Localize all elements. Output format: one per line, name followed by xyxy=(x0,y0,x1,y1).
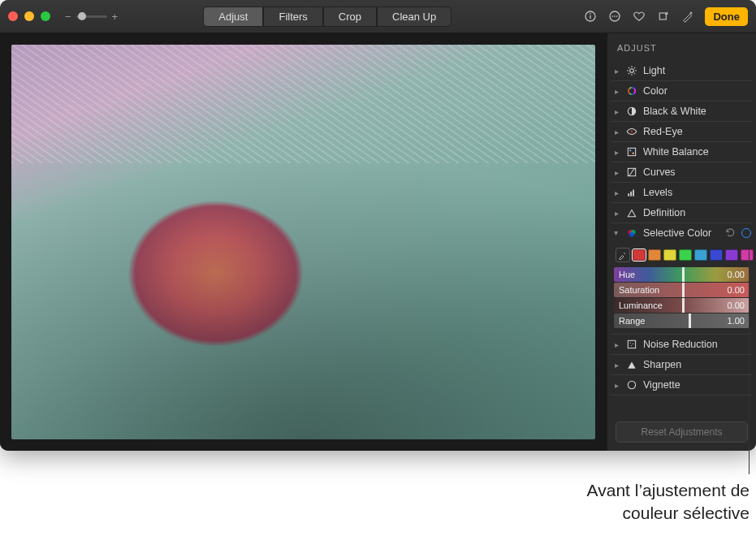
color-swatch[interactable] xyxy=(663,249,676,261)
color-swatch[interactable] xyxy=(710,249,723,261)
adjustment-sharpen[interactable]: ▸Sharpen xyxy=(611,355,753,375)
adjustment-curves[interactable]: ▸Curves xyxy=(611,162,753,183)
mode-tab-clean-up[interactable]: Clean Up xyxy=(377,6,451,27)
chevron-right-icon: ▸ xyxy=(612,361,620,370)
mode-tab-adjust[interactable]: Adjust xyxy=(203,6,263,27)
caption-line-1: Avant l’ajustement de xyxy=(587,479,750,502)
noise-icon xyxy=(625,338,638,351)
chevron-right-icon: ▸ xyxy=(612,188,620,197)
zoom-control[interactable]: − + xyxy=(65,11,118,23)
adjustment-label: Levels xyxy=(643,187,751,198)
slider-hue[interactable]: Hue0.00 xyxy=(614,267,750,282)
reset-adjustments-button[interactable]: Reset Adjustments xyxy=(616,421,748,443)
svg-rect-24 xyxy=(628,193,629,197)
auto-enhance-icon[interactable] xyxy=(680,9,695,24)
zoom-in-icon[interactable]: + xyxy=(112,11,119,23)
svg-point-19 xyxy=(631,131,633,132)
svg-point-2 xyxy=(590,13,592,15)
eyedropper-button[interactable] xyxy=(616,248,630,262)
color-swatch[interactable] xyxy=(648,249,661,261)
color-swatch[interactable] xyxy=(633,249,646,261)
chevron-down-icon: ▸ xyxy=(612,229,621,237)
titlebar: − + AdjustFiltersCropClean Up Done xyxy=(0,0,756,33)
adjustment-label: Sharpen xyxy=(643,359,751,370)
done-button[interactable]: Done xyxy=(705,7,748,26)
dropper-grid-icon xyxy=(625,145,638,158)
rotate-icon[interactable] xyxy=(656,9,671,24)
chevron-right-icon: ▸ xyxy=(612,209,620,218)
svg-rect-30 xyxy=(628,340,635,348)
adjustment-label: Selective Color xyxy=(643,227,720,239)
main-area: ADJUST ▸Light▸Color▸Black & White▸Red-Ey… xyxy=(0,33,756,451)
chevron-right-icon: ▸ xyxy=(612,148,620,157)
favorite-icon[interactable] xyxy=(632,9,646,24)
svg-point-17 xyxy=(629,88,635,94)
chevron-right-icon: ▸ xyxy=(612,87,620,96)
mode-tab-filters[interactable]: Filters xyxy=(263,6,322,27)
info-icon[interactable] xyxy=(583,9,598,24)
svg-rect-25 xyxy=(630,192,632,197)
color-swatch[interactable] xyxy=(725,249,738,261)
reset-slider-icon[interactable] xyxy=(725,227,737,239)
caption-text: Avant l’ajustement de couleur sélective xyxy=(587,479,750,525)
zoom-out-icon[interactable]: − xyxy=(65,11,71,23)
adjustment-label: Noise Reduction xyxy=(643,339,751,350)
caption-line-2: couleur sélective xyxy=(587,502,750,525)
adjustment-label: White Balance xyxy=(643,146,751,158)
chevron-right-icon: ▸ xyxy=(612,340,620,349)
slider-luminance[interactable]: Luminance0.00 xyxy=(614,298,750,313)
titlebar-right-group: Done xyxy=(583,7,748,26)
adjustment-label: Black & White xyxy=(643,106,751,117)
chevron-right-icon: ▸ xyxy=(612,381,620,390)
adjustment-light[interactable]: ▸Light xyxy=(611,61,753,81)
photo-canvas[interactable] xyxy=(0,33,607,451)
adjustment-label: Vignette xyxy=(643,379,751,391)
zoom-slider-thumb[interactable] xyxy=(78,12,86,20)
svg-point-8 xyxy=(630,69,634,73)
svg-rect-26 xyxy=(633,190,634,197)
svg-point-31 xyxy=(630,343,631,344)
traffic-lights xyxy=(8,11,50,21)
chevron-right-icon: ▸ xyxy=(612,128,620,136)
minimize-window-button[interactable] xyxy=(24,11,34,21)
slider-range[interactable]: Range1.00 xyxy=(614,313,750,328)
callout-line xyxy=(749,250,750,474)
adjustment-white-balance[interactable]: ▸White Balance xyxy=(611,142,753,162)
adjustment-label: Definition xyxy=(643,207,751,218)
svg-point-32 xyxy=(633,344,633,344)
zoom-window-button[interactable] xyxy=(41,11,50,21)
svg-line-14 xyxy=(634,73,635,74)
adjustment-levels[interactable]: ▸Levels xyxy=(611,183,753,203)
photo-preview xyxy=(11,45,595,439)
svg-point-4 xyxy=(612,15,614,17)
slider-saturation[interactable]: Saturation0.00 xyxy=(614,283,750,297)
color-swatch[interactable] xyxy=(679,249,692,261)
svg-point-34 xyxy=(628,381,635,388)
adjustment-red-eye[interactable]: ▸Red-Eye xyxy=(611,122,753,142)
adjustment-black-white[interactable]: ▸Black & White xyxy=(611,102,753,122)
adjustment-noise-reduction[interactable]: ▸Noise Reduction xyxy=(611,335,753,355)
svg-point-33 xyxy=(631,345,632,346)
chevron-right-icon: ▸ xyxy=(612,168,620,177)
zoom-slider[interactable] xyxy=(76,15,107,18)
adjustment-color[interactable]: ▸Color xyxy=(611,81,753,102)
toggle-ring-icon[interactable] xyxy=(741,228,751,238)
levels-icon xyxy=(625,186,638,199)
adjustment-definition[interactable]: ▸Definition xyxy=(611,203,753,223)
more-icon[interactable] xyxy=(607,9,622,24)
svg-rect-20 xyxy=(628,148,635,155)
color-swatch[interactable] xyxy=(741,249,754,261)
chevron-right-icon: ▸ xyxy=(612,67,620,76)
adjustment-selective-color[interactable]: ▸ Selective Color xyxy=(611,223,753,243)
svg-point-5 xyxy=(615,15,616,17)
chevron-right-icon: ▸ xyxy=(612,107,620,116)
adjustment-label: Color xyxy=(643,85,751,97)
svg-point-6 xyxy=(616,15,618,17)
color-swatch[interactable] xyxy=(694,249,707,261)
close-window-button[interactable] xyxy=(8,11,18,21)
adjustment-label: Curves xyxy=(643,166,751,178)
mode-tab-crop[interactable]: Crop xyxy=(323,6,377,27)
adjustment-vignette[interactable]: ▸Vignette xyxy=(611,375,753,396)
svg-point-22 xyxy=(633,153,634,154)
triangle-solid-icon xyxy=(625,358,638,371)
